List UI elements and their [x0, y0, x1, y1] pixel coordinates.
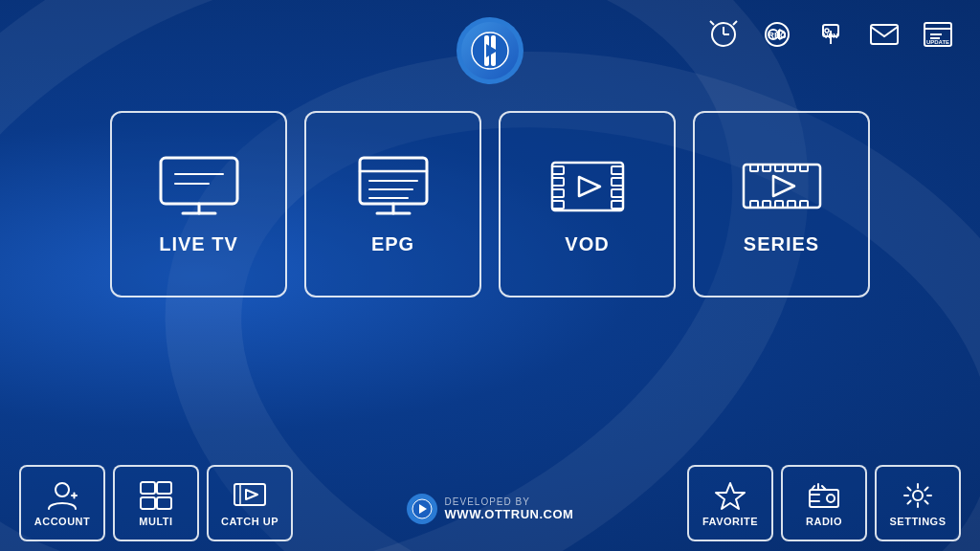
app-logo	[457, 17, 523, 84]
epg-button[interactable]: EPG	[304, 111, 481, 298]
svg-point-60	[56, 483, 69, 496]
live-tv-label: LIVE TV	[159, 233, 238, 255]
dev-logo-icon	[407, 494, 437, 524]
catch-up-label: CATCH UP	[221, 516, 278, 527]
svg-rect-63	[141, 482, 155, 494]
series-label: SERIES	[744, 233, 819, 255]
developer-prefix: DEVELOPED BY	[445, 496, 574, 507]
radio-button[interactable]: RADIO	[781, 465, 867, 541]
svg-point-74	[827, 495, 835, 502]
account-button[interactable]: ACCOUNT	[19, 465, 105, 541]
svg-rect-39	[552, 166, 564, 174]
svg-marker-72	[716, 483, 745, 509]
svg-rect-44	[612, 178, 623, 186]
svg-point-80	[913, 491, 923, 500]
svg-rect-43	[612, 166, 623, 174]
svg-line-8	[733, 21, 737, 25]
svg-marker-59	[773, 176, 794, 196]
developer-info: DEVELOPED BY WWW.OTTRUN.COM	[407, 494, 574, 541]
svg-rect-65	[141, 497, 155, 509]
svg-marker-69	[246, 490, 257, 499]
top-icons-bar: REC VPN	[701, 14, 961, 55]
update-button[interactable]: UPDATE	[915, 14, 961, 55]
series-button[interactable]: SERIES	[693, 111, 870, 298]
bottom-left-group: ACCOUNT MULTI CA	[19, 465, 293, 541]
catch-up-button[interactable]: CATCH UP	[207, 465, 293, 541]
multi-label: MULTI	[139, 516, 172, 527]
favorite-label: FAVORITE	[702, 516, 758, 527]
rec-button[interactable]: REC	[754, 14, 800, 55]
msg-button[interactable]	[861, 14, 907, 55]
vpn-button[interactable]: VPN	[808, 14, 854, 55]
developer-url: WWW.OTTRUN.COM	[445, 507, 574, 521]
header: REC VPN	[0, 0, 980, 84]
svg-line-7	[710, 21, 714, 25]
vod-label: VOD	[565, 233, 609, 255]
svg-rect-26	[161, 158, 237, 204]
svg-rect-67	[234, 484, 265, 505]
svg-marker-47	[579, 177, 600, 196]
svg-rect-40	[552, 178, 564, 186]
svg-rect-41	[552, 189, 564, 197]
svg-rect-45	[612, 189, 623, 197]
epg-label: EPG	[371, 233, 414, 255]
favorite-button[interactable]: FAVORITE	[687, 465, 773, 541]
settings-button[interactable]: SETTINGS	[875, 465, 961, 541]
bottom-right-group: FAVORITE RADIO	[687, 465, 961, 541]
svg-rect-46	[612, 201, 623, 209]
multi-button[interactable]: MULTI	[113, 465, 199, 541]
settings-label: SETTINGS	[889, 516, 946, 527]
svg-rect-42	[552, 201, 564, 209]
svg-text:UPDATE: UPDATE	[926, 39, 949, 45]
svg-rect-64	[157, 482, 171, 494]
live-tv-button[interactable]: LIVE TV	[110, 111, 287, 298]
alarm-button[interactable]	[701, 14, 746, 55]
bottom-bar: ACCOUNT MULTI CA	[0, 465, 980, 551]
svg-text:VPN: VPN	[824, 33, 837, 39]
svg-rect-20	[871, 25, 898, 44]
account-label: ACCOUNT	[34, 516, 91, 527]
radio-label: RADIO	[806, 516, 842, 527]
svg-rect-66	[157, 497, 171, 509]
vod-button[interactable]: VOD	[499, 111, 676, 298]
svg-text:REC: REC	[768, 31, 787, 40]
main-grid: LIVE TV EPG	[110, 111, 870, 298]
